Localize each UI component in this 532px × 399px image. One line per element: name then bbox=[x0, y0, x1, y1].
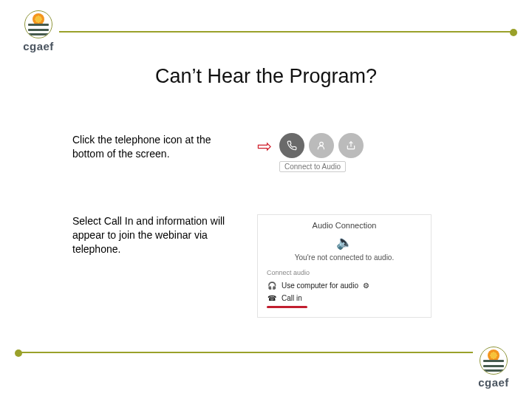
speaker-muted-icon: 🔈 bbox=[267, 234, 422, 250]
brand-name: cgaef bbox=[473, 376, 514, 389]
call-in-highlight bbox=[267, 306, 307, 308]
arrow-right-icon: ⇨ bbox=[257, 137, 272, 155]
brand-badge-icon bbox=[480, 347, 508, 375]
footer-rule bbox=[18, 352, 473, 353]
phone-small-icon: ☎ bbox=[267, 294, 277, 302]
option-label: Use computer for audio bbox=[282, 282, 358, 290]
brand-badge-icon bbox=[24, 10, 52, 38]
header: cgaef bbox=[18, 10, 514, 55]
footer: cgaef bbox=[18, 344, 514, 389]
connect-to-audio-label: Connect to Audio bbox=[279, 161, 346, 172]
screenshot-telephone-icon: ⇨ Connect to Audio bbox=[257, 133, 497, 180]
header-rule bbox=[59, 31, 514, 33]
participants-icon[interactable] bbox=[309, 133, 334, 158]
option-use-computer-audio[interactable]: 🎧 Use computer for audio ⚙ bbox=[267, 279, 422, 292]
instruction-1: Click the telephone icon at the bottom o… bbox=[72, 133, 228, 161]
dialog-title: Audio Connection bbox=[267, 221, 422, 230]
share-icon[interactable] bbox=[338, 133, 364, 158]
content-grid: Click the telephone icon at the bottom o… bbox=[72, 133, 497, 318]
svg-point-0 bbox=[320, 142, 324, 146]
dialog-message: You're not connected to audio. bbox=[267, 253, 422, 262]
dialog-section: Connect audio bbox=[267, 269, 422, 276]
phone-icon[interactable] bbox=[279, 133, 304, 158]
brand-logo-bottom: cgaef bbox=[473, 347, 514, 389]
headphones-icon: 🎧 bbox=[267, 282, 277, 290]
option-label: Call in bbox=[282, 294, 302, 302]
page-title: Can’t Hear the Program? bbox=[0, 65, 532, 88]
brand-logo-top: cgaef bbox=[18, 10, 59, 52]
settings-icon: ⚙ bbox=[363, 282, 369, 290]
screenshot-audio-connection-dialog: Audio Connection 🔈 You're not connected … bbox=[257, 214, 432, 318]
brand-name: cgaef bbox=[18, 40, 59, 52]
option-call-in[interactable]: ☎ Call in bbox=[267, 292, 422, 304]
instruction-2: Select Call In and information will appe… bbox=[72, 214, 228, 256]
